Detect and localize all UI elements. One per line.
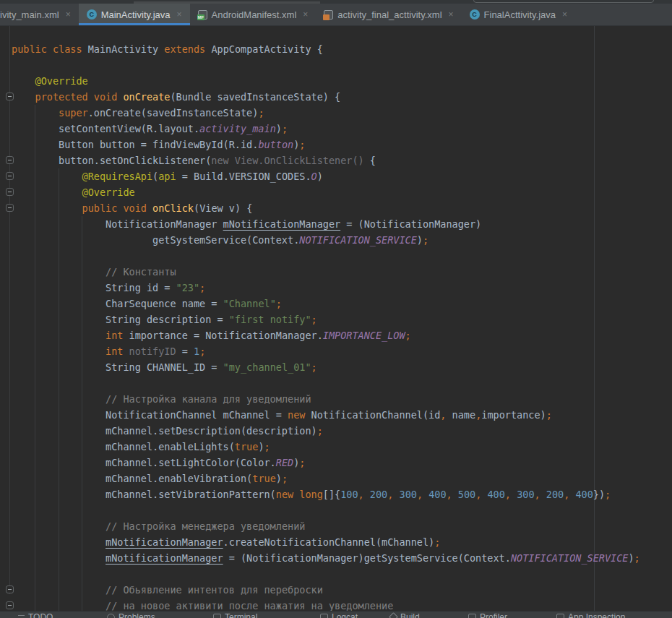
fold-marker[interactable] xyxy=(6,172,14,180)
java-class-icon: C xyxy=(87,9,97,20)
code-token xyxy=(12,266,105,278)
toolwindow-button-profiler[interactable]: Profiler xyxy=(468,613,507,618)
code-token: super xyxy=(59,107,88,119)
toolwindow-button-app-inspection[interactable]: App Inspection xyxy=(556,613,625,618)
toolwindow-button-problems[interactable]: Problems xyxy=(107,613,155,618)
code-line: String description = "first notify"; xyxy=(12,312,672,327)
toolwindow-button-terminal[interactable]: Terminal xyxy=(213,613,257,618)
code-token: // Настройка менеджера уведомлений xyxy=(105,520,305,532)
close-icon[interactable]: × xyxy=(66,9,71,20)
fold-marker[interactable] xyxy=(6,204,14,212)
close-icon[interactable]: × xyxy=(449,9,454,20)
fold-marker[interactable] xyxy=(6,156,14,164)
editor-tab-mainactivity-java[interactable]: CMainActivity.java× xyxy=(79,4,190,25)
code-token xyxy=(12,552,105,564)
code-line: // Константы xyxy=(12,264,672,280)
code-token: NOTIFICATION_SERVICE xyxy=(511,552,629,564)
code-token: 1 xyxy=(194,346,199,357)
fold-marker[interactable] xyxy=(6,585,14,593)
code-token: ; xyxy=(423,234,428,246)
code-token: @Override xyxy=(82,186,135,198)
code-token xyxy=(12,186,82,198)
code-editor[interactable]: public class MainActivity extends AppCom… xyxy=(0,26,672,611)
toolwindow-button-label: Problems xyxy=(119,613,155,618)
code-token: IMPORTANCE_LOW xyxy=(323,330,405,341)
tab-label: AndroidManifest.xml xyxy=(212,9,297,20)
editor-tab-bar: ivity_main.xml×CMainActivity.java×MFAndr… xyxy=(0,4,672,26)
code-token: ; xyxy=(634,552,640,564)
code-token: "my_channel_01" xyxy=(223,361,311,373)
code-token: String description = xyxy=(12,314,229,325)
fold-marker[interactable] xyxy=(6,188,14,196)
code-token xyxy=(123,346,129,357)
code-token: , xyxy=(535,489,546,500)
code-token: ; xyxy=(311,314,317,325)
fold-marker[interactable] xyxy=(6,601,14,609)
code-token: ) xyxy=(276,473,282,484)
code-token xyxy=(12,75,35,87)
code-line: mChannel.setLightColor(Color.RED); xyxy=(12,455,672,471)
layout-file-icon xyxy=(324,10,333,20)
code-token: "Channel" xyxy=(223,298,276,309)
code-line: mNotificationManager.createNotificationC… xyxy=(12,534,672,550)
toolwindow-button-build[interactable]: Build xyxy=(390,613,420,618)
code-token: notifyID xyxy=(129,346,176,357)
code-token: O xyxy=(311,171,317,182)
close-icon[interactable]: × xyxy=(303,9,308,20)
run-configuration-widget[interactable] xyxy=(473,0,654,3)
close-icon[interactable]: × xyxy=(176,9,181,20)
code-token: ; xyxy=(264,441,270,452)
code-token: onCreate xyxy=(123,91,170,103)
code-token: public class xyxy=(12,43,88,55)
profiler-icon xyxy=(468,614,476,618)
code-token: api xyxy=(158,171,176,182)
code-token: MainActivity xyxy=(88,43,165,55)
code-token: (Bundle savedInstanceState) { xyxy=(170,91,340,103)
code-token: // Обьявление интентов для переброски xyxy=(105,584,323,596)
tab-label: ivity_main.xml xyxy=(0,9,59,20)
code-token: int xyxy=(105,346,123,357)
code-line: super.onCreate(savedInstanceState); xyxy=(12,105,672,121)
code-token: importance = NotificationManager. xyxy=(123,330,322,341)
code-token: ; xyxy=(199,282,205,293)
tab-label: FinalActtivity.java xyxy=(484,9,556,20)
code-token: ; xyxy=(282,473,288,484)
code-line: getSystemService(Context.NOTIFICATION_SE… xyxy=(12,232,672,248)
code-token: mChannel.enableLights( xyxy=(12,441,235,452)
code-token xyxy=(12,91,35,103)
build-icon xyxy=(389,612,398,618)
code-token: , xyxy=(564,489,575,500)
code-token: 400 xyxy=(575,489,593,500)
code-token: NotificationChannel mChannel = xyxy=(12,409,288,421)
editor-tab-activity-final-acttivity-xml[interactable]: activity_final_acttivity.xml× xyxy=(316,4,461,25)
code-token: NotificationManager xyxy=(12,218,223,230)
fold-marker[interactable] xyxy=(6,93,14,100)
editor-tab-finalacttivity-java[interactable]: CFinalActtivity.java× xyxy=(462,4,575,25)
editor-tab-ivity-main-xml[interactable]: ivity_main.xml× xyxy=(0,4,79,25)
tab-label: activity_final_acttivity.xml xyxy=(337,9,441,20)
code-token xyxy=(12,346,105,357)
code-token: .createNotificationChannel(mChannel) xyxy=(223,536,435,548)
code-token: NOTIFICATION_SERVICE xyxy=(299,234,417,246)
code-token xyxy=(12,107,59,119)
code-token: Button button = findViewById(R.id. xyxy=(12,139,258,150)
layout-badge xyxy=(323,14,329,20)
close-icon[interactable]: × xyxy=(562,9,567,20)
toolwindow-button-label: Profiler xyxy=(480,613,507,618)
code-token: 200 xyxy=(370,489,387,500)
code-token: .onCreate(savedInstanceState) xyxy=(88,107,259,119)
code-token: ) xyxy=(628,552,634,564)
code-token: 300 xyxy=(517,489,534,500)
code-token: ; xyxy=(317,425,323,437)
code-token: // на новое активити после нажатия на ув… xyxy=(105,600,393,611)
code-token: = Build.VERSION_CODES. xyxy=(176,171,311,182)
code-token: // Константы xyxy=(105,266,176,278)
toolwindow-button-todo[interactable]: TODO xyxy=(18,613,53,618)
code-token: extends xyxy=(164,43,205,55)
problems-icon xyxy=(107,614,115,618)
toolwindow-button-logcat[interactable]: Logcat xyxy=(320,613,358,618)
code-token: , xyxy=(387,489,399,500)
code-token: AppCompatActivity { xyxy=(205,43,323,55)
editor-tab-androidmanifest-xml[interactable]: MFAndroidManifest.xml× xyxy=(190,4,316,25)
code-token: , xyxy=(475,489,487,500)
